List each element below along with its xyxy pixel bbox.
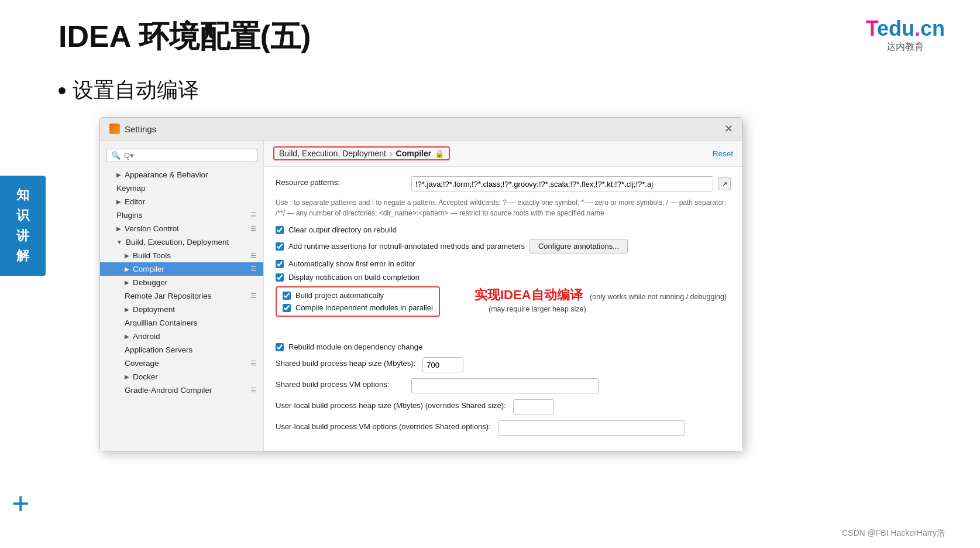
sidebar-item-deployment[interactable]: ▶ Deployment — [100, 303, 263, 316]
sidebar-item-compiler[interactable]: ▶ Compiler ☰ — [100, 262, 263, 276]
breadcrumb-highlight: Build, Execution, Deployment › Compiler … — [273, 146, 450, 160]
search-icon: 🔍 — [111, 151, 121, 160]
sidebar-char-3: 讲 — [16, 227, 29, 245]
sidebar-item-label: Build Tools — [133, 251, 171, 260]
sidebar-item-editor[interactable]: ▶ Editor — [100, 195, 263, 208]
reset-link[interactable]: Reset — [713, 149, 733, 158]
user-vm-row: User-local build process VM options (ove… — [276, 420, 731, 436]
build-auto-label: Build project automatically — [295, 291, 384, 300]
settings-icon — [109, 124, 120, 134]
sidebar-item-label: Android — [133, 332, 160, 341]
lock-icon: 🔒 — [435, 149, 444, 158]
resource-patterns-row: Resource patterns: ↗ — [276, 176, 731, 191]
highlight-group: Build project automatically Compile inde… — [276, 286, 440, 317]
content-panel: Build, Execution, Deployment › Compiler … — [264, 141, 742, 451]
add-runtime-checkbox[interactable] — [276, 242, 284, 251]
sidebar-item-android[interactable]: ▶ Android — [100, 330, 263, 343]
knowledge-sidebar: 知 识 讲 解 — [0, 176, 46, 276]
display-notif-label: Display notification on build completion — [288, 273, 419, 282]
expand-button[interactable]: ↗ — [718, 177, 731, 190]
resource-patterns-field: ↗ — [411, 176, 731, 191]
compile-parallel-label: Compile independent modules in parallel — [295, 303, 433, 312]
auto-show-label: Automatically show first error in editor — [288, 259, 415, 268]
heap-size-row: Shared build process heap size (Mbytes): — [276, 357, 731, 372]
sidebar-item-version-control[interactable]: ▶ Version Control ☰ — [100, 222, 263, 235]
heap-size-input[interactable] — [422, 357, 463, 372]
sidebar-item-label: Coverage — [125, 359, 159, 368]
coverage-icon: ☰ — [250, 359, 256, 367]
clear-output-checkbox[interactable] — [276, 226, 284, 234]
checkbox-auto-show: Automatically show first error in editor — [276, 259, 731, 268]
sidebar-item-debugger[interactable]: ▶ Debugger — [100, 276, 263, 289]
arrow-icon: ▶ — [125, 266, 129, 272]
arrow-icon: ▶ — [125, 374, 129, 380]
build-auto-checkbox[interactable] — [283, 292, 291, 300]
sidebar-item-label: Plugins — [116, 211, 142, 220]
sidebar-item-remote-jar[interactable]: Remote Jar Repositories ☰ — [100, 289, 263, 303]
vm-options-input[interactable] — [411, 378, 599, 393]
annotation-text: 实现IDEA自动编译 — [474, 287, 583, 302]
rebuild-module-label: Rebuild module on dependency change — [288, 342, 422, 351]
sidebar-item-coverage[interactable]: Coverage ☰ — [100, 357, 263, 370]
sidebar-item-docker[interactable]: ▶ Docker — [100, 370, 263, 383]
arrow-icon: ▶ — [125, 252, 129, 259]
sidebar-item-label: Version Control — [125, 224, 178, 233]
breadcrumb-bar: Build, Execution, Deployment › Compiler … — [264, 141, 742, 167]
sidebar-item-build-exec[interactable]: ▼ Build, Execution, Deployment — [100, 235, 263, 249]
title-left: Settings — [109, 124, 156, 134]
arrow-icon: ▼ — [116, 239, 122, 245]
arrow-icon: ▶ — [125, 306, 129, 313]
user-vm-input[interactable] — [498, 420, 685, 436]
build-icon: ☰ — [250, 252, 256, 259]
checkbox-add-runtime: Add runtime assertions for notnull-annot… — [276, 239, 731, 254]
sidebar-item-appearance[interactable]: ▶ Appearance & Behavior — [100, 168, 263, 181]
sidebar-item-gradle-android[interactable]: Gradle-Android Compiler ☰ — [100, 383, 263, 397]
sidebar-item-build-tools[interactable]: ▶ Build Tools ☰ — [100, 249, 263, 262]
sidebar-item-label: Compiler — [133, 265, 164, 273]
checkbox-rebuild-module: Rebuild module on dependency change — [276, 342, 731, 351]
checkbox-clear-output: Clear output directory on rebuild — [276, 225, 731, 234]
configure-annotations-button[interactable]: Configure annotations... — [529, 239, 628, 254]
user-vm-label: User-local build process VM options (ove… — [276, 420, 491, 431]
sidebar-item-arquillian[interactable]: Arquillian Containers — [100, 316, 263, 330]
sidebar-item-plugins[interactable]: Plugins ☰ — [100, 208, 263, 222]
sidebar-item-label: Appearance & Behavior — [125, 170, 208, 179]
breadcrumb-current: Compiler — [396, 149, 432, 158]
breadcrumb-link: Build, Execution, Deployment — [279, 149, 386, 158]
subtitle-text: 设置自动编译 — [73, 76, 199, 105]
checkbox-compile-parallel: Compile independent modules in parallel — [283, 303, 433, 312]
dialog-titlebar: Settings ✕ — [100, 118, 742, 141]
search-box[interactable]: 🔍 — [106, 149, 257, 162]
dialog-title: Settings — [125, 124, 156, 134]
heap-size-label: Shared build process heap size (Mbytes): — [276, 357, 415, 368]
rebuild-module-checkbox[interactable] — [276, 343, 284, 351]
sidebar-item-label: Debugger — [133, 278, 167, 287]
display-notif-checkbox[interactable] — [276, 273, 284, 282]
sidebar-char-1: 知 — [16, 186, 29, 204]
sidebar-item-keymap[interactable]: Keymap — [100, 181, 263, 195]
sidebar-item-app-servers[interactable]: Application Servers — [100, 343, 263, 357]
user-heap-input[interactable] — [513, 399, 554, 415]
search-input[interactable] — [124, 151, 252, 160]
plugin-icon: ☰ — [250, 211, 256, 219]
tree-panel: 🔍 ▶ Appearance & Behavior Keymap ▶ Edito… — [100, 141, 264, 451]
sidebar-char-2: 识 — [16, 207, 29, 225]
sidebar-item-label: Editor — [125, 197, 145, 206]
remote-icon: ☰ — [250, 292, 256, 300]
compile-parallel-checkbox[interactable] — [283, 304, 291, 312]
annotation-extra2: (may require larger heap size) — [489, 305, 731, 313]
breadcrumb: Build, Execution, Deployment › Compiler … — [273, 146, 450, 160]
bullet-dot — [59, 87, 66, 94]
vm-options-row: Shared build process VM options: — [276, 378, 731, 393]
hint-text: Use ; to separate patterns and ! to nega… — [276, 197, 731, 218]
auto-show-checkbox[interactable] — [276, 260, 284, 268]
add-runtime-label: Add runtime assertions for notnull-annot… — [288, 242, 525, 251]
breadcrumb-sep: › — [390, 149, 393, 158]
watermark: CSDN @FBI HackerHarry浩 — [842, 528, 945, 539]
close-button[interactable]: ✕ — [724, 124, 733, 134]
checkbox-build-auto: Build project automatically — [283, 291, 433, 300]
arrow-icon: ▶ — [125, 279, 129, 286]
resource-patterns-input[interactable] — [411, 176, 713, 191]
sidebar-item-label: Docker — [133, 372, 158, 381]
resource-patterns-label: Resource patterns: — [276, 176, 404, 187]
